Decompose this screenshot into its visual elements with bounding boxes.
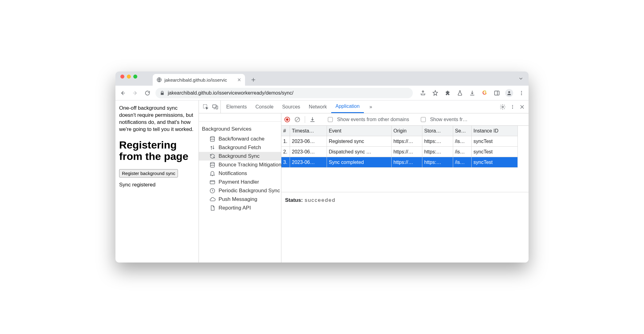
bookmark-icon[interactable] [431, 89, 439, 97]
gear-icon[interactable] [500, 104, 506, 110]
col-header[interactable]: Se… [453, 126, 472, 136]
share-icon[interactable] [419, 89, 427, 97]
cell[interactable]: syncTest [472, 147, 518, 157]
browser-tab[interactable]: jakearchibald.github.io/isservic [153, 74, 245, 86]
cell[interactable]: syncTest [472, 157, 518, 168]
page-content: One-off background sync doesn't require … [115, 100, 199, 263]
save-icon[interactable] [309, 116, 316, 123]
register-sync-button[interactable]: Register background sync [119, 169, 178, 177]
cell[interactable]: /is… [453, 136, 472, 147]
svg-point-12 [512, 108, 513, 109]
tabs-dropdown-icon[interactable] [518, 76, 524, 81]
cell[interactable]: 2. [281, 147, 290, 157]
tab-title: jakearchibald.github.io/isservic [164, 77, 235, 83]
svg-rect-1 [495, 91, 499, 95]
cell[interactable]: https:… [422, 147, 453, 157]
col-header[interactable]: Stora… [422, 126, 453, 136]
kebab-icon[interactable] [510, 104, 515, 110]
checkbox-show-fr[interactable] [421, 117, 426, 122]
sidebar-item-payment-handler[interactable]: Payment Handler [199, 178, 281, 186]
cell[interactable]: Dispatched sync … [327, 147, 392, 157]
cloud-icon [209, 196, 215, 202]
device-toggle-icon[interactable] [212, 104, 219, 110]
cell[interactable]: https://… [392, 136, 422, 147]
sidebar-item-notifications[interactable]: Notifications [199, 169, 281, 178]
svg-point-3 [521, 91, 522, 92]
extensions-icon[interactable] [444, 89, 452, 97]
devtools-tab-console[interactable]: Console [251, 100, 278, 113]
col-header[interactable]: # [281, 126, 290, 136]
sidebar-item-background-sync[interactable]: Background Sync [199, 152, 281, 161]
col-header[interactable]: Instance ID [472, 126, 518, 136]
page-heading: Registering from the page [119, 139, 195, 162]
svg-point-9 [502, 106, 504, 108]
devtools-tabbar: ElementsConsoleSourcesNetworkApplication… [199, 100, 529, 113]
svg-point-10 [512, 105, 513, 106]
sidebar-item-background-fetch[interactable]: Background Fetch [199, 143, 281, 152]
cell[interactable]: 2023-06… [290, 157, 327, 168]
page-status: Sync registered [119, 182, 195, 188]
svg-rect-15 [210, 181, 215, 184]
back-button[interactable] [119, 89, 127, 97]
lock-icon [160, 91, 165, 96]
cell[interactable]: Sync completed [327, 157, 392, 168]
sidebar-item-periodic-background-sync[interactable]: Periodic Background Sync [199, 186, 281, 195]
downloads-icon[interactable] [468, 89, 476, 97]
cell[interactable]: https:… [422, 136, 453, 147]
checkbox-other-domains[interactable] [328, 117, 333, 122]
db-icon [209, 162, 215, 168]
cell[interactable]: 2023-06… [290, 136, 327, 147]
maximize-window-icon[interactable] [133, 75, 137, 79]
sidebar-item-back-forward-cache[interactable]: Back/forward cache [199, 135, 281, 143]
cell[interactable]: Registered sync [327, 136, 392, 147]
browser-toolbar: jakearchibald.github.io/isserviceworkerr… [115, 86, 529, 100]
devtools-more-tabs[interactable]: » [365, 100, 376, 113]
profile-avatar[interactable] [505, 89, 513, 97]
cell[interactable]: https://… [392, 147, 422, 157]
google-icon[interactable]: G [481, 89, 489, 97]
sidebar-item-reporting-api[interactable]: Reporting API [199, 204, 281, 212]
devtools-tab-elements[interactable]: Elements [222, 100, 251, 113]
sidepanel-icon[interactable] [493, 89, 501, 97]
db-icon [209, 136, 215, 142]
cell[interactable]: 2023-06… [290, 147, 327, 157]
clear-icon[interactable] [294, 116, 300, 123]
svg-point-4 [521, 92, 522, 93]
cell[interactable]: https://… [392, 157, 422, 168]
devtools-tab-network[interactable]: Network [304, 100, 331, 113]
col-header[interactable]: Timesta… [290, 126, 327, 136]
devtools-tab-sources[interactable]: Sources [278, 100, 304, 113]
svg-point-5 [521, 94, 522, 95]
new-tab-button[interactable] [251, 77, 256, 83]
address-bar[interactable]: jakearchibald.github.io/isserviceworkerr… [155, 88, 413, 98]
sidebar-item-bounce-tracking-mitigation[interactable]: Bounce Tracking Mitigation [199, 161, 281, 169]
file-icon [209, 205, 215, 211]
sidebar-item-push-messaging[interactable]: Push Messaging [199, 195, 281, 204]
menu-icon[interactable] [517, 89, 525, 97]
cell[interactable]: 3. [281, 157, 290, 168]
col-header[interactable]: Event [327, 126, 392, 136]
svg-point-2 [508, 91, 510, 93]
inspect-icon[interactable] [203, 104, 209, 110]
svg-point-14 [210, 162, 214, 164]
close-tab-icon[interactable] [237, 78, 241, 82]
cell[interactable]: syncTest [472, 136, 518, 147]
cell[interactable]: /is… [453, 157, 472, 168]
background-sync-panel: Show events from other domains Show even… [281, 113, 529, 263]
col-header[interactable]: Origin [392, 126, 422, 136]
record-icon[interactable] [284, 117, 290, 122]
devtools-tab-application[interactable]: Application [331, 100, 364, 113]
reload-button[interactable] [143, 89, 152, 97]
cell[interactable]: 1. [281, 136, 290, 147]
labs-icon[interactable] [456, 89, 464, 97]
svg-point-13 [210, 136, 214, 138]
close-devtools-icon[interactable] [519, 104, 525, 110]
minimize-window-icon[interactable] [127, 75, 131, 79]
toolbar-actions: G [419, 89, 525, 97]
close-window-icon[interactable] [120, 75, 124, 79]
events-table: #Timesta…EventOriginStora…Se…Instance ID… [281, 126, 529, 168]
cell[interactable]: https:… [422, 157, 453, 168]
cell[interactable]: /is… [453, 147, 472, 157]
bell-icon [209, 170, 215, 177]
page-intro: One-off background sync doesn't require … [119, 105, 195, 133]
